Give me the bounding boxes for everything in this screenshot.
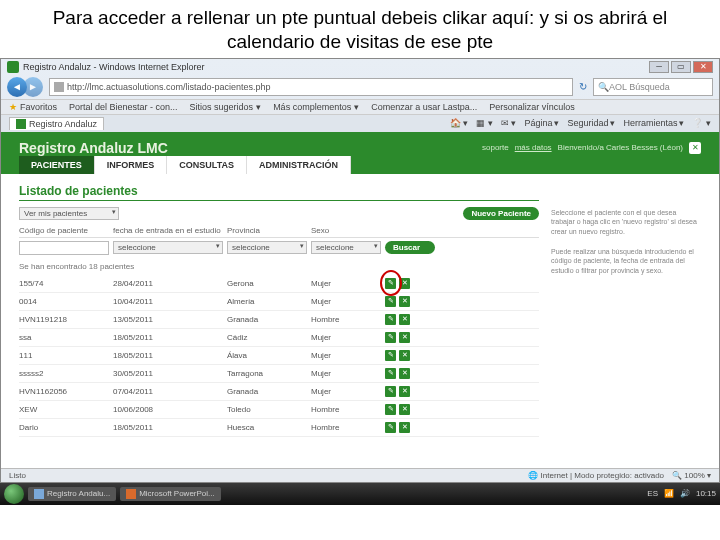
cell-code: HVN1162056 [19, 387, 109, 396]
row-actions: ✎✕ [385, 350, 435, 361]
search-icon: 🔍 [598, 82, 609, 92]
edit-button[interactable]: ✎ [385, 368, 396, 379]
fav-share[interactable]: Comenzar a usar Lastpa... [371, 102, 477, 112]
delete-button[interactable]: ✕ [399, 314, 410, 325]
start-button[interactable] [4, 484, 24, 504]
logout-button[interactable]: ✕ [689, 142, 701, 154]
tool-mail[interactable]: ✉ ▾ [501, 118, 517, 128]
search-button[interactable]: Buscar [385, 241, 435, 254]
status-bar: Listo 🌐 Internet | Modo protegido: activ… [1, 468, 719, 482]
delete-button[interactable]: ✕ [399, 422, 410, 433]
fav-suggested[interactable]: Sitios sugeridos ▾ [190, 102, 262, 112]
row-actions: ✎✕ [385, 332, 435, 343]
tab-pacientes[interactable]: PACIENTES [19, 156, 95, 174]
edit-button[interactable]: ✎ [385, 404, 396, 415]
search-placeholder: AOL Búsqueda [609, 82, 670, 92]
status-internet: 🌐 Internet | Modo protegido: activado [528, 471, 664, 480]
tool-page[interactable]: Página ▾ [524, 118, 559, 128]
cell-code: XEW [19, 405, 109, 414]
ie-icon [34, 489, 44, 499]
welcome-text: Bienvenido/a Carles Besses (Léon) [558, 143, 683, 152]
edit-button[interactable]: ✎ [385, 422, 396, 433]
status-zoom[interactable]: 🔍 100% ▾ [672, 471, 711, 480]
new-patient-button[interactable]: Nuevo Paciente [463, 207, 539, 220]
delete-button[interactable]: ✕ [399, 332, 410, 343]
tray-lang[interactable]: ES [647, 489, 658, 498]
task-powerpoint[interactable]: Microsoft PowerPoi... [120, 487, 221, 501]
delete-button[interactable]: ✕ [399, 296, 410, 307]
cell-sex: Mujer [311, 351, 381, 360]
system-tray: ES 📶 🔊 10:15 [647, 489, 716, 498]
edit-button[interactable]: ✎ [385, 332, 396, 343]
tray-time[interactable]: 10:15 [696, 489, 716, 498]
edit-button[interactable]: ✎ [385, 386, 396, 397]
cell-sex: Mujer [311, 333, 381, 342]
cell-prov: Almería [227, 297, 307, 306]
row-actions: ✎✕ [385, 404, 435, 415]
cell-prov: Tarragona [227, 369, 307, 378]
more-link[interactable]: más datos [515, 143, 552, 152]
cell-date: 10/04/2011 [113, 297, 223, 306]
fav-portal[interactable]: Portal del Bienestar - con... [69, 102, 178, 112]
address-bar[interactable]: http://lmc.actuasolutions.com/listado-pa… [49, 78, 573, 96]
close-button[interactable]: ✕ [693, 61, 713, 73]
taskbar: Registro Andalu... Microsoft PowerPoi...… [0, 483, 720, 505]
cell-prov: Huesca [227, 423, 307, 432]
edit-button[interactable]: ✎ [385, 278, 396, 289]
browser-tab[interactable]: Registro Andaluz [9, 117, 104, 130]
filter-mine[interactable]: Ver mis pacientes [19, 207, 119, 220]
sex-select[interactable]: seleccione [311, 241, 381, 254]
delete-button[interactable]: ✕ [399, 404, 410, 415]
code-input[interactable] [19, 241, 109, 255]
cell-date: 18/05/2011 [113, 351, 223, 360]
edit-button[interactable]: ✎ [385, 314, 396, 325]
row-actions: ✎✕ [385, 422, 435, 433]
table-row: 11118/05/2011ÁlavaMujer✎✕ [19, 347, 539, 365]
tool-feed[interactable]: ▦ ▾ [476, 118, 493, 128]
tab-consultas[interactable]: CONSULTAS [167, 156, 247, 174]
page-content: Registro Andaluz LMC soporte más datos B… [1, 132, 719, 468]
tab-administracion[interactable]: ADMINISTRACIÓN [247, 156, 351, 174]
cell-prov: Granada [227, 387, 307, 396]
refresh-button[interactable]: ↻ [579, 81, 587, 92]
fav-more[interactable]: Más complementos ▾ [273, 102, 359, 112]
forward-button[interactable]: ► [23, 77, 43, 97]
cell-code: Dario [19, 423, 109, 432]
cell-code: ssa [19, 333, 109, 342]
help-text-1: Seleccione el paciente con el que desea … [551, 208, 701, 237]
delete-button[interactable]: ✕ [399, 350, 410, 361]
task-browser[interactable]: Registro Andalu... [28, 487, 116, 501]
result-count: Se han encontrado 18 pacientes [19, 262, 539, 271]
delete-button[interactable]: ✕ [399, 278, 410, 289]
table-row: sssss230/05/2011TarragonaMujer✎✕ [19, 365, 539, 383]
titlebar: Registro Andaluz - Windows Internet Expl… [1, 59, 719, 75]
minimize-button[interactable]: ─ [649, 61, 669, 73]
favicon [7, 61, 19, 73]
delete-button[interactable]: ✕ [399, 368, 410, 379]
tray-sound-icon[interactable]: 🔊 [680, 489, 690, 498]
favorites-menu[interactable]: ★Favoritos [9, 102, 57, 112]
maximize-button[interactable]: ▭ [671, 61, 691, 73]
col-code: Código de paciente [19, 226, 109, 235]
tool-tools[interactable]: Herramientas ▾ [623, 118, 684, 128]
tab-informes[interactable]: INFORMES [95, 156, 168, 174]
lock-icon [54, 82, 64, 92]
tab-strip: Registro Andaluz 🏠 ▾ ▦ ▾ ✉ ▾ Página ▾ Se… [1, 114, 719, 132]
tray-network-icon[interactable]: 📶 [664, 489, 674, 498]
table-row: HVN119121813/05/2011GranadaHombre✎✕ [19, 311, 539, 329]
delete-button[interactable]: ✕ [399, 386, 410, 397]
col-date: fecha de entrada en el estudio [113, 226, 223, 235]
prov-select[interactable]: seleccione [227, 241, 307, 254]
tool-help[interactable]: ❔ ▾ [692, 118, 711, 128]
date-select[interactable]: seleccione [113, 241, 223, 254]
browser-search[interactable]: 🔍 AOL Búsqueda [593, 78, 713, 96]
cell-sex: Hombre [311, 405, 381, 414]
tool-security[interactable]: Seguridad ▾ [567, 118, 615, 128]
row-actions: ✎✕ [385, 314, 435, 325]
edit-button[interactable]: ✎ [385, 296, 396, 307]
fav-personalize[interactable]: Personalizar vínculos [489, 102, 575, 112]
support-link[interactable]: soporte [482, 143, 509, 152]
tool-home[interactable]: 🏠 ▾ [450, 118, 469, 128]
edit-button[interactable]: ✎ [385, 350, 396, 361]
app-title: Registro Andaluz LMC [19, 140, 168, 156]
